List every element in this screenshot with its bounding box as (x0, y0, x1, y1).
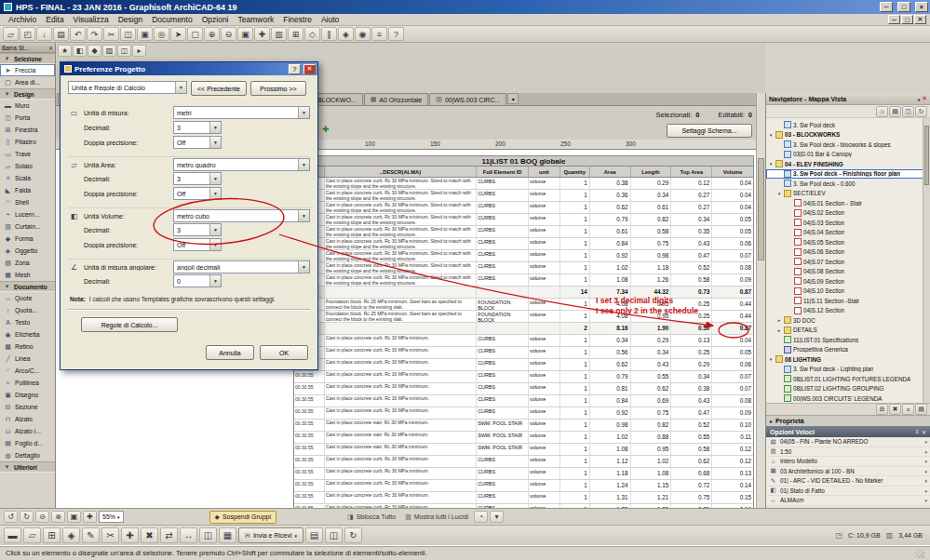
field-dropdown[interactable]: Off (173, 238, 222, 251)
paste-icon[interactable]: ▣ (137, 27, 153, 41)
quick-option-row[interactable]: ↔ ALMAcm (766, 496, 930, 506)
field-dropdown[interactable]: 0 (173, 274, 222, 287)
chevron-down-icon[interactable] (209, 122, 221, 133)
table-row[interactable]: 00.30.55 Cast in place concrete curb. Rc… (294, 407, 753, 420)
toolbox-item[interactable]: ▬ Muro (0, 100, 55, 112)
toolbox-item[interactable]: ▣ Disegno (0, 389, 55, 401)
field-dropdown[interactable]: metro quadro (173, 158, 310, 171)
tree-item[interactable]: ▸ 3D DOC (766, 315, 930, 326)
toolbox-item[interactable]: ➤ Freccia (0, 64, 55, 76)
pan-icon[interactable]: ✚ (254, 27, 270, 41)
help-icon[interactable]: ? (388, 27, 404, 41)
expand-arrow-icon[interactable]: ▾ (776, 191, 782, 196)
add-field-icon[interactable]: ✚ (322, 125, 330, 134)
toolbox-item[interactable]: ╱ Linea (0, 353, 55, 365)
chevron-down-icon[interactable] (924, 448, 927, 455)
new-folder-icon[interactable]: ⊞ (876, 404, 888, 415)
quick-option-row[interactable]: ⌂ Intero Modello (766, 457, 930, 467)
chevron-down-icon[interactable] (298, 210, 309, 221)
schema-settings-button[interactable]: Settaggi Schema... (667, 124, 752, 138)
copy-view-icon[interactable]: ◫ (199, 527, 217, 543)
tree-item[interactable]: ▾ 08 LIGHTING (766, 354, 930, 365)
cancel-button[interactable]: Annulla (206, 345, 254, 360)
column-header[interactable]: Top Area (671, 167, 712, 177)
zoom-in-icon[interactable]: ⊕ (204, 27, 220, 41)
toolbox-item[interactable]: ◆ Forma (0, 233, 55, 245)
table-row[interactable]: 14 7.34 44.32 0.73 0.87 (294, 287, 753, 299)
chevron-down-icon[interactable] (924, 497, 927, 503)
find-icon[interactable]: ◎ (154, 27, 169, 41)
next-button[interactable]: Prossimo >> (250, 81, 306, 96)
tree-item[interactable]: ▾ SECT/ELEV (766, 189, 930, 199)
tree-item[interactable]: 04|S.09 Section (766, 276, 930, 287)
toolbox-item[interactable]: ⊞ Finestra (0, 124, 55, 136)
quick-option-row[interactable]: ◧ 01| Stato di Fatto (766, 487, 930, 497)
menu-item[interactable]: Opzioni (197, 15, 234, 24)
vertical-scrollbar[interactable] (756, 93, 765, 508)
column-header[interactable]: Length (631, 167, 672, 177)
tree-item[interactable]: 11|LIST.01 Specifications (766, 335, 930, 345)
virtual-trace-icon[interactable]: ◫ (117, 45, 131, 57)
tree-item[interactable]: 00|WS.003 CIRCUITS' LEGENDA (766, 393, 930, 403)
chevron-down-icon[interactable] (924, 487, 927, 494)
navigator-header[interactable]: Navigatore - Mappa Vista ◂ ✕ (766, 93, 930, 105)
view-map-icon[interactable]: ▤ (889, 106, 901, 117)
tree-scrollbar[interactable] (923, 118, 930, 403)
table-row[interactable]: Cast in place concrete curb. Rc 30 MPa m… (294, 274, 753, 287)
toolbox-item[interactable]: ≡ Scala (0, 172, 55, 184)
table-row[interactable]: Cast in place concrete curb. Rc 30 MPa m… (294, 202, 753, 214)
menu-item[interactable]: Design (114, 15, 147, 24)
toolbox-item[interactable]: ▯ Pilastro (0, 136, 55, 148)
rotate-left-icon[interactable]: ↺ (4, 511, 18, 523)
table-row[interactable]: 00.30.55 Cast in place concrete curb. Rc… (294, 335, 753, 347)
chevron-down-icon[interactable] (209, 173, 221, 184)
column-header[interactable]: ..DESCR(ALMA) (325, 167, 477, 177)
menu-item[interactable]: Teamwork (234, 15, 279, 24)
unlock-all-button[interactable]: ◨ Sblocca Tutto (344, 513, 399, 521)
toolbox-item[interactable]: ◠ Shell (0, 196, 55, 208)
copy-icon[interactable]: ◫ (120, 27, 136, 41)
tree-item[interactable]: 08|LIST.02 LIGHTING GROUPING (766, 384, 930, 394)
table-row[interactable]: Cast in place concrete curb. Rc 30 MPa m… (294, 238, 753, 250)
chevron-down-icon[interactable] (924, 468, 927, 474)
toolbox-item[interactable]: ▩ Retino (0, 340, 55, 353)
chevron-down-icon[interactable] (924, 458, 927, 464)
options-icon[interactable]: ≡ (371, 27, 387, 41)
ok-button[interactable]: OK (260, 345, 308, 360)
toolbox-item[interactable]: ▦ Mesh (0, 269, 55, 281)
layout-icon[interactable]: ◫ (325, 527, 343, 543)
table-row[interactable]: Cast in place concrete curb. Rc 30 MPa m… (294, 190, 753, 202)
expand-arrow-icon[interactable]: ▾ (768, 356, 774, 362)
table-row[interactable]: Cast in place concrete curb. Rc 30 MPa m… (294, 250, 753, 262)
expand-arrow-icon[interactable]: ▾ (768, 132, 774, 138)
chevron-down-icon[interactable] (209, 188, 221, 199)
pet-palette-icon[interactable]: ◆ (88, 45, 101, 57)
toolbox-item[interactable]: ▾ Ulteriori (0, 461, 55, 473)
menu-icon[interactable]: ≡ (915, 429, 919, 434)
swap-icon[interactable]: ⇄ (160, 527, 178, 543)
table-row[interactable]: 00.30.55 Cast in place concrete curb. Rc… (294, 347, 753, 359)
redo-icon[interactable]: ↷ (87, 27, 102, 41)
close-button[interactable]: ✕ (303, 64, 316, 74)
toolbox-item[interactable]: ⊔ Alzato i... (0, 425, 55, 437)
snap-icon[interactable]: ◇ (304, 27, 320, 41)
table-row[interactable]: 00.30.55 Cast in place concrete stair. R… (294, 444, 753, 456)
chevron-down-icon[interactable]: ▾ (295, 533, 298, 539)
table-row[interactable]: 00.30.55 Cast in place concrete curb. Rc… (294, 395, 753, 407)
tree-item[interactable]: 04|S.06 Section (766, 247, 930, 258)
properties-bar[interactable]: ▸ Proprietà (766, 415, 930, 426)
view-settings-icon[interactable]: ▤ (915, 404, 927, 415)
column-header[interactable]: Full Element ID (477, 167, 529, 177)
cut-elements-icon[interactable]: ✂ (101, 527, 119, 543)
tree-item[interactable]: 04|S.07 Section (766, 257, 930, 267)
tree-item[interactable]: 04|S.01 Section - Stair (766, 198, 930, 208)
pan-icon[interactable]: ✚ (83, 511, 97, 523)
layers-icon[interactable]: ▥ (271, 27, 287, 41)
tree-item[interactable]: 08|LIST.01 LIGHTING FIXTURES LEGENDA (766, 374, 930, 384)
table-row[interactable]: Foundation block. Rc 25 MPa minimum. Ste… (294, 299, 753, 311)
column-header[interactable]: Quantity (560, 167, 590, 177)
close-icon[interactable]: ✕ (922, 429, 926, 435)
toolbox-item[interactable]: ▨ Zona (0, 257, 55, 269)
toolbox-item[interactable]: ◓ Lucern... (0, 208, 55, 220)
previous-button[interactable]: << Precedente (191, 81, 247, 96)
